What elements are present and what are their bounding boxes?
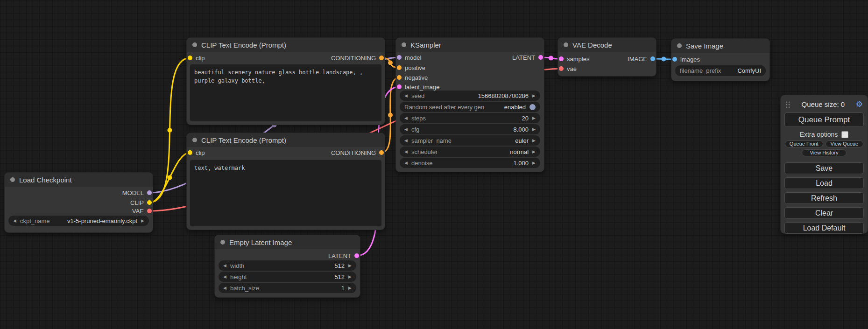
node-title-bar[interactable]: Load Checkpoint: [5, 173, 153, 187]
widget-increment-arrow[interactable]: [532, 161, 536, 165]
model-port-dot[interactable]: [397, 55, 402, 60]
seed-widget[interactable]: seed 156680208700286: [400, 91, 540, 101]
node-vae-decode[interactable]: VAE Decode samples vae IMAGE: [558, 38, 656, 76]
node-title-bar[interactable]: Save Image: [671, 39, 769, 53]
widget-decrement-arrow[interactable]: [223, 264, 226, 268]
widget-decrement-arrow[interactable]: [404, 150, 408, 154]
widget-increment-arrow[interactable]: [532, 94, 536, 98]
input-port-positive[interactable]: positive: [397, 63, 425, 72]
widget-increment-arrow[interactable]: [348, 264, 352, 268]
latent-port-dot[interactable]: [538, 55, 543, 60]
widget-increment-arrow[interactable]: [532, 139, 536, 143]
vae-port-dot[interactable]: [147, 209, 152, 213]
queue-prompt-button[interactable]: Queue Prompt: [784, 112, 864, 127]
output-port-latent[interactable]: LATENT: [512, 53, 543, 62]
vae-port-dot[interactable]: [559, 66, 564, 71]
queue-front-button[interactable]: Queue Front: [785, 140, 823, 147]
clear-button[interactable]: Clear: [784, 207, 864, 219]
widget-decrement-arrow[interactable]: [223, 275, 226, 279]
prompt-textarea[interactable]: beautiful scenery nature glass bottle la…: [190, 64, 381, 121]
widget-increment-arrow[interactable]: [348, 275, 352, 279]
input-port-samples[interactable]: samples: [559, 54, 589, 63]
filename-prefix-widget[interactable]: filename_prefix ComfyUI: [675, 65, 766, 76]
conditioning-port-dot[interactable]: [379, 56, 384, 60]
conditioning-port-dot[interactable]: [397, 65, 402, 70]
load-button[interactable]: Load: [784, 177, 864, 189]
input-port-latent-image[interactable]: latent_image: [397, 82, 439, 91]
collapse-dot-icon[interactable]: [192, 138, 197, 142]
settings-gear-icon[interactable]: ⚙: [856, 99, 863, 109]
widget-increment-arrow[interactable]: [532, 116, 536, 120]
collapse-dot-icon[interactable]: [677, 43, 682, 48]
node-title-bar[interactable]: VAE Decode: [558, 38, 656, 52]
latent-port-dot[interactable]: [559, 56, 564, 61]
width-widget[interactable]: width 512: [219, 260, 356, 271]
drag-handle-icon[interactable]: [785, 101, 790, 108]
latent-port-dot[interactable]: [397, 84, 402, 89]
collapse-dot-icon[interactable]: [402, 42, 406, 47]
collapse-dot-icon[interactable]: [10, 177, 15, 182]
widget-decrement-arrow[interactable]: [13, 219, 16, 223]
latent-port-dot[interactable]: [354, 253, 359, 258]
input-port-clip[interactable]: clip: [188, 53, 205, 63]
clip-port-dot[interactable]: [188, 56, 192, 60]
widget-decrement-arrow[interactable]: [223, 286, 226, 290]
node-save-image[interactable]: Save Image images filename_prefix ComfyU…: [671, 39, 769, 81]
scheduler-widget[interactable]: scheduler normal: [400, 147, 540, 157]
widget-decrement-arrow[interactable]: [404, 139, 408, 143]
node-title-bar[interactable]: CLIP Text Encode (Prompt): [187, 38, 385, 52]
collapse-dot-icon[interactable]: [192, 42, 197, 47]
view-queue-button[interactable]: View Queue: [826, 140, 864, 147]
output-port-conditioning[interactable]: CONDITIONING: [331, 148, 384, 157]
load-default-button[interactable]: Load Default: [784, 222, 864, 234]
batch-size-widget[interactable]: batch_size 1: [219, 283, 356, 293]
node-title-bar[interactable]: CLIP Text Encode (Prompt): [187, 133, 385, 147]
image-port-dot[interactable]: [650, 56, 655, 61]
input-port-negative[interactable]: negative: [397, 73, 428, 82]
output-port-clip[interactable]: CLIP: [130, 198, 152, 207]
steps-widget[interactable]: steps 20: [400, 113, 540, 123]
clip-port-dot[interactable]: [188, 150, 192, 155]
input-port-vae[interactable]: vae: [559, 64, 577, 73]
conditioning-port-dot[interactable]: [397, 75, 402, 80]
collapse-dot-icon[interactable]: [220, 240, 225, 245]
widget-decrement-arrow[interactable]: [404, 127, 408, 132]
input-port-model[interactable]: model: [397, 53, 421, 62]
output-port-vae[interactable]: VAE: [132, 206, 152, 216]
widget-decrement-arrow[interactable]: [404, 161, 408, 165]
widget-increment-arrow[interactable]: [532, 127, 536, 132]
save-button[interactable]: Save: [784, 162, 864, 174]
view-history-button[interactable]: View History: [802, 149, 847, 156]
node-load-checkpoint[interactable]: Load Checkpoint MODEL CLIP VAE ckpt_name…: [5, 173, 153, 232]
input-port-clip[interactable]: clip: [188, 148, 205, 157]
output-port-image[interactable]: IMAGE: [628, 54, 655, 63]
node-empty-latent-image[interactable]: Empty Latent Image LATENT width 512 heig…: [215, 235, 360, 297]
image-port-dot[interactable]: [672, 57, 677, 62]
model-port-dot[interactable]: [147, 190, 152, 195]
sampler-name-widget[interactable]: sampler_name euler: [400, 135, 540, 146]
output-port-model[interactable]: MODEL: [122, 188, 152, 197]
node-clip-text-encode-positive[interactable]: CLIP Text Encode (Prompt) clip CONDITION…: [187, 38, 385, 125]
collapse-dot-icon[interactable]: [564, 42, 568, 47]
widget-decrement-arrow[interactable]: [404, 116, 408, 120]
widget-increment-arrow[interactable]: [141, 219, 144, 223]
widget-increment-arrow[interactable]: [348, 286, 352, 290]
extra-options-checkbox[interactable]: [841, 131, 848, 138]
output-port-latent[interactable]: LATENT: [328, 251, 359, 260]
cfg-widget[interactable]: cfg 8.000: [400, 124, 540, 134]
denoise-widget[interactable]: denoise 1.000: [400, 158, 540, 168]
toggle-knob-icon[interactable]: [529, 104, 536, 110]
output-port-conditioning[interactable]: CONDITIONING: [331, 53, 384, 63]
node-title-bar[interactable]: KSampler: [396, 38, 544, 52]
node-ksampler[interactable]: KSampler model positive negative latent_…: [396, 38, 544, 172]
random-seed-toggle-widget[interactable]: Random seed after every gen enabled: [400, 102, 540, 112]
node-clip-text-encode-negative[interactable]: CLIP Text Encode (Prompt) clip CONDITION…: [187, 133, 385, 230]
ckpt-name-widget[interactable]: ckpt_name v1-5-pruned-emaonly.ckpt: [8, 216, 149, 226]
widget-increment-arrow[interactable]: [532, 150, 536, 154]
node-title-bar[interactable]: Empty Latent Image: [215, 235, 360, 249]
height-widget[interactable]: height 512: [219, 272, 356, 282]
input-port-images[interactable]: images: [672, 55, 700, 64]
clip-port-dot[interactable]: [147, 200, 152, 205]
prompt-textarea[interactable]: text, watermark: [190, 160, 381, 226]
widget-decrement-arrow[interactable]: [404, 94, 408, 98]
